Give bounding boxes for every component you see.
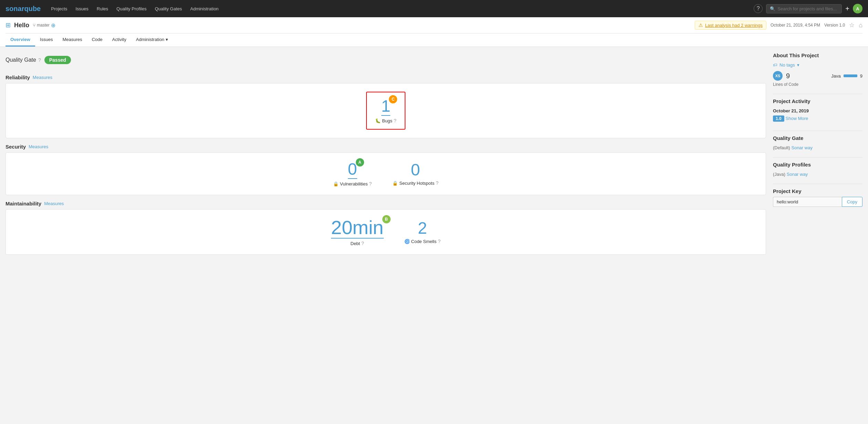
- logo-qube: qube: [24, 5, 41, 12]
- maintainability-section: Maintainability Measures 20min B Debt ? …: [6, 201, 766, 255]
- search-input[interactable]: [777, 6, 838, 11]
- quality-gate-section: Quality Gate ? Passed: [6, 52, 766, 68]
- tab-measures[interactable]: Measures: [58, 33, 87, 47]
- maintainability-title: Maintainability: [6, 201, 41, 206]
- bug-icon: 🐛: [375, 118, 381, 123]
- security-header: Security Measures: [6, 144, 766, 150]
- project-key-input-row: Copy: [773, 197, 862, 207]
- tab-issues[interactable]: Issues: [35, 33, 58, 47]
- project-key-section: Project Key Copy: [773, 188, 862, 207]
- user-avatar[interactable]: A: [853, 4, 862, 13]
- tab-overview[interactable]: Overview: [6, 33, 35, 47]
- code-smells-label: 🌀 Code Smells ?: [404, 239, 441, 244]
- bugs-label: 🐛 Bugs ?: [375, 118, 396, 123]
- project-key-input[interactable]: [773, 197, 842, 207]
- nav-quality-gates[interactable]: Quality Gates: [151, 4, 185, 13]
- quality-gate-sidebar-title: Quality Gate: [773, 135, 862, 141]
- java-language-row: Java 9: [831, 73, 862, 79]
- vulnerabilities-label: 🔒 Vulnerabilities ?: [333, 181, 372, 186]
- search-box[interactable]: 🔍: [766, 4, 842, 13]
- tab-administration[interactable]: Administration ▾: [131, 33, 173, 47]
- analysis-version: Version 1.0: [824, 23, 845, 28]
- reliability-measures-link[interactable]: Measures: [33, 75, 52, 80]
- sub-header: ⊞ Hello ⑂ master ⊕ ⚠ Last analysis had 2…: [0, 17, 868, 47]
- branch-icon: ⑂: [33, 22, 35, 28]
- debt-value: 20min: [331, 218, 384, 239]
- divider-4: [773, 184, 862, 184]
- quality-gate-label: Quality Gate ?: [6, 57, 41, 63]
- bugs-highlighted-card: 1 C 🐛 Bugs ?: [366, 92, 405, 130]
- nav-issues[interactable]: Issues: [72, 4, 92, 13]
- home-button[interactable]: ⌂: [859, 22, 862, 29]
- quality-profile-java-row: (Java) Sonar way: [773, 172, 862, 177]
- project-header: ⊞ Hello ⑂ master ⊕ ⚠ Last analysis had 2…: [6, 17, 862, 33]
- favorite-button[interactable]: ☆: [849, 21, 855, 29]
- code-smells-help-icon[interactable]: ?: [438, 239, 441, 244]
- logo-sonar: sonar: [6, 5, 24, 12]
- maintainability-box: 20min B Debt ? 2 🌀 Code Smells ?: [6, 209, 766, 255]
- bugs-metric: 1 C 🐛 Bugs ?: [375, 98, 396, 123]
- vulnerabilities-value: 0: [348, 161, 357, 179]
- reliability-box: 1 C 🐛 Bugs ?: [6, 83, 766, 138]
- debt-metric: 20min B Debt ?: [331, 218, 384, 246]
- activity-date: October 21, 2019: [773, 108, 862, 113]
- reliability-section: Reliability Measures 1 C 🐛 Bugs ?: [6, 74, 766, 138]
- top-navigation: sonarqube Projects Issues Rules Quality …: [0, 0, 868, 17]
- help-button[interactable]: ?: [754, 4, 763, 13]
- warning-link[interactable]: Last analysis had 2 warnings: [705, 23, 763, 28]
- analysis-date: October 21, 2019, 4:54 PM: [771, 23, 820, 28]
- java-bar: [844, 74, 857, 77]
- bugs-help-icon[interactable]: ?: [394, 118, 396, 123]
- debt-help-icon[interactable]: ?: [361, 241, 364, 246]
- security-box: 0 A 🔒 Vulnerabilities ? 0 🔒 Security Hot…: [6, 152, 766, 195]
- tab-code[interactable]: Code: [87, 33, 107, 47]
- chevron-down-icon: ▾: [797, 62, 799, 68]
- quality-gate-help-icon[interactable]: ?: [38, 57, 41, 63]
- tab-activity[interactable]: Activity: [107, 33, 131, 47]
- quality-profiles-sidebar-title: Quality Profiles: [773, 162, 862, 168]
- analysis-info: ⚠ Last analysis had 2 warnings October 2…: [695, 21, 862, 30]
- branch-badge: ⑂ master ⊕: [33, 22, 55, 29]
- hotspots-value: 0: [411, 162, 420, 178]
- chevron-down-icon: ▾: [166, 37, 168, 42]
- loc-number: 9: [786, 72, 790, 80]
- project-icon: ⊞: [6, 21, 11, 29]
- nav-rules[interactable]: Rules: [93, 4, 112, 13]
- show-more-link[interactable]: Show More: [786, 116, 808, 121]
- lock-icon: 🔒: [333, 181, 339, 186]
- quality-gate-status: Passed: [44, 56, 71, 64]
- loc-row: XS 9 Java 9: [773, 71, 862, 81]
- branch-name: master: [37, 23, 50, 28]
- debt-label: Debt ?: [331, 241, 384, 246]
- tags-row[interactable]: 🏷 No tags ▾: [773, 62, 862, 68]
- quality-profile-name-link[interactable]: Sonar way: [787, 172, 808, 177]
- xs-size-badge: XS: [773, 71, 783, 81]
- tag-icon: 🏷: [773, 62, 777, 68]
- quality-gate-name-link[interactable]: Sonar way: [791, 145, 812, 150]
- security-section: Security Measures 0 A 🔒 Vulnerabilities …: [6, 144, 766, 195]
- nav-projects[interactable]: Projects: [48, 4, 71, 13]
- branch-plus-button[interactable]: ⊕: [51, 22, 55, 29]
- quality-gate-sidebar-section: Quality Gate (Default) Sonar way: [773, 135, 862, 150]
- project-title: Hello: [14, 22, 29, 29]
- vulnerabilities-help-icon[interactable]: ?: [369, 181, 372, 186]
- quality-gate-default-label: (Default): [773, 145, 790, 150]
- nav-administration[interactable]: Administration: [187, 4, 222, 13]
- hotspots-help-icon[interactable]: ?: [436, 180, 438, 186]
- divider-2: [773, 131, 862, 131]
- search-icon: 🔍: [770, 6, 775, 11]
- maintainability-measures-link[interactable]: Measures: [44, 201, 64, 206]
- nav-quality-profiles[interactable]: Quality Profiles: [113, 4, 150, 13]
- vulnerabilities-rating-badge: A: [356, 158, 364, 166]
- project-info: ⊞ Hello ⑂ master ⊕: [6, 21, 55, 29]
- sonarqube-logo[interactable]: sonarqube: [6, 5, 41, 13]
- code-smells-metric: 2 🌀 Code Smells ?: [404, 220, 441, 244]
- security-measures-link[interactable]: Measures: [29, 144, 48, 149]
- page-tabs: Overview Issues Measures Code Activity A…: [6, 33, 862, 47]
- main-content: Quality Gate ? Passed Reliability Measur…: [6, 52, 766, 260]
- nav-right-section: ? 🔍 + A: [754, 4, 862, 13]
- copy-button[interactable]: Copy: [842, 197, 862, 207]
- code-smells-value: 2: [418, 220, 427, 236]
- reliability-title: Reliability: [6, 74, 30, 80]
- create-button[interactable]: +: [845, 5, 849, 13]
